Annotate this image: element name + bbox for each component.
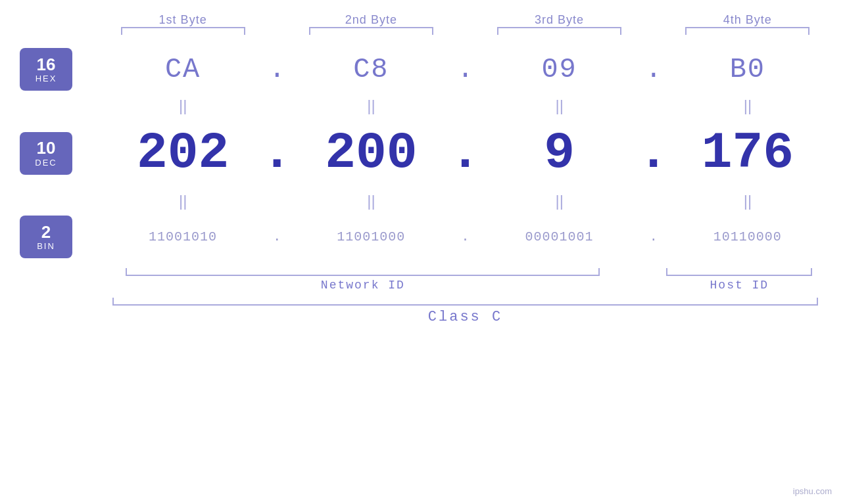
dot-dec-1: . xyxy=(262,124,293,182)
dec-row: 10 DEC 202 . 200 . 9 . 176 xyxy=(20,117,825,189)
byte2-hex: C8 xyxy=(353,54,389,85)
bin-row: 2 BIN 11001010 . 11001000 . 00001001 . 1… xyxy=(20,212,825,262)
dot-bin-1: . xyxy=(273,229,281,244)
bin-num: 2 xyxy=(41,223,51,242)
sep2-2: || xyxy=(293,192,448,210)
dot-bin-2: . xyxy=(461,229,469,244)
class-bracket-bottom xyxy=(112,298,818,306)
hex-label: HEX xyxy=(36,74,57,83)
hex-row: 16 HEX CA . C8 . 09 . B0 xyxy=(20,45,825,94)
host-id-bracket-bottom xyxy=(666,268,812,276)
network-id-label: Network ID xyxy=(321,276,405,294)
network-host-brackets-row: Network ID Host ID xyxy=(20,268,825,294)
sep1-4: || xyxy=(670,97,825,115)
bin-badge: 2 BIN xyxy=(20,216,72,258)
sep2-3: || xyxy=(482,192,637,210)
bracket-top-2 xyxy=(309,27,433,35)
dot-hex-3: . xyxy=(645,54,662,85)
dec-num: 10 xyxy=(37,139,56,158)
host-id-label: Host ID xyxy=(710,276,769,294)
byte3-dec: 9 xyxy=(544,124,575,182)
class-row: Class C xyxy=(20,298,825,329)
dot-hex-2: . xyxy=(457,54,473,85)
bracket-top-4 xyxy=(685,27,809,35)
dec-badge: 10 DEC xyxy=(20,132,72,175)
hex-badge: 16 HEX xyxy=(20,48,72,91)
watermark: ipshu.com xyxy=(793,486,832,496)
bracket-top-1 xyxy=(121,27,245,35)
byte1-bin: 11001010 xyxy=(149,229,217,244)
byte1-header: 1st Byte xyxy=(105,13,260,27)
dot-dec-3: . xyxy=(638,124,669,182)
byte3-bin: 00001001 xyxy=(525,229,594,244)
dot-dec-2: . xyxy=(450,124,481,182)
byte3-header: 3rd Byte xyxy=(482,13,637,27)
class-label: Class C xyxy=(428,306,502,329)
byte2-bin: 11001000 xyxy=(337,229,405,244)
byte2-header: 2nd Byte xyxy=(293,13,448,27)
top-brackets-row xyxy=(20,27,825,35)
main-container: 1st Byte 2nd Byte 3rd Byte 4th Byte 16 H… xyxy=(0,0,845,504)
byte4-header: 4th Byte xyxy=(670,13,825,27)
sep2-1: || xyxy=(105,192,260,210)
byte4-bin: 10110000 xyxy=(713,229,782,244)
hex-num: 16 xyxy=(37,55,56,74)
sep2-4: || xyxy=(670,192,825,210)
byte2-dec: 200 xyxy=(325,124,417,182)
bracket-top-3 xyxy=(497,27,621,35)
sep1-1: || xyxy=(105,97,260,115)
dot-hex-1: . xyxy=(269,54,285,85)
sep1-2: || xyxy=(293,97,448,115)
sep-row-2: || || || || xyxy=(20,189,825,212)
dot-bin-3: . xyxy=(650,229,658,244)
sep-row-1: || || || || xyxy=(20,94,825,117)
bin-label: BIN xyxy=(37,241,55,251)
byte3-hex: 09 xyxy=(541,54,577,85)
network-id-bracket-bottom xyxy=(126,268,600,276)
sep1-3: || xyxy=(482,97,637,115)
dec-label: DEC xyxy=(35,158,57,168)
byte4-hex: B0 xyxy=(730,54,765,85)
byte-headers-row: 1st Byte 2nd Byte 3rd Byte 4th Byte xyxy=(20,13,825,27)
byte1-dec: 202 xyxy=(137,124,229,182)
byte4-dec: 176 xyxy=(702,124,794,182)
byte1-hex: CA xyxy=(165,54,201,85)
